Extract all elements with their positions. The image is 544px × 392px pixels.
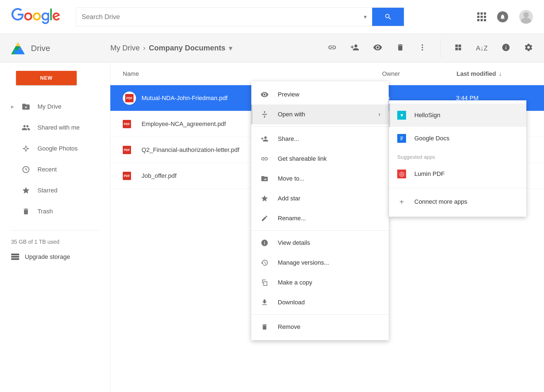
trash-icon (260, 323, 270, 331)
info-icon[interactable] (502, 43, 510, 53)
top-header: ▾ (0, 0, 544, 34)
toolbar-separator (440, 39, 441, 58)
new-button[interactable]: NEW (16, 71, 77, 85)
svg-rect-12 (264, 282, 267, 286)
sidebar-item-shared[interactable]: Shared with me (0, 117, 110, 138)
copy-icon (260, 279, 270, 286)
info-icon (260, 239, 270, 247)
apps-icon[interactable] (477, 12, 486, 21)
add-person-icon (260, 135, 270, 143)
trash-icon (21, 208, 31, 215)
ctx-rename[interactable]: Rename... (251, 208, 389, 228)
ctx-move[interactable]: Move to... (251, 169, 389, 189)
clock-icon (21, 165, 31, 174)
ctx-details[interactable]: View details (251, 233, 389, 253)
open-with-icon (260, 110, 270, 119)
svg-point-1 (422, 47, 423, 48)
arrow-down-icon: ↓ (499, 70, 502, 77)
search-box[interactable]: ▾ (76, 7, 404, 26)
history-icon (260, 259, 270, 267)
ctx-copy[interactable]: Make a copy (251, 273, 389, 292)
pdf-icon: PDF (123, 146, 131, 154)
svg-rect-14 (400, 138, 403, 139)
sidebar-item-label: Shared with me (38, 124, 80, 131)
svg-rect-9 (11, 254, 19, 255)
chevron-right-icon: › (143, 44, 146, 52)
breadcrumb-root[interactable]: My Drive (110, 44, 140, 52)
eye-icon (260, 90, 270, 99)
svg-rect-4 (458, 45, 461, 47)
col-owner[interactable]: Owner (382, 70, 457, 77)
breadcrumb-current[interactable]: Company Documents (149, 44, 226, 52)
svg-rect-3 (455, 45, 458, 47)
toolbar: Drive My Drive › Company Documents ▾ A↓Z (0, 34, 544, 63)
upgrade-storage[interactable]: Upgrade storage (0, 253, 110, 261)
sidebar-item-photos[interactable]: Google Photos (0, 138, 110, 159)
svg-rect-10 (11, 256, 19, 257)
sidebar-item-label: Trash (38, 208, 53, 215)
breadcrumb: My Drive › Company Documents ▾ (110, 44, 233, 53)
sm-suggested-label: Suggested apps (389, 150, 526, 162)
sm-googledocs[interactable]: Google Docs (389, 127, 526, 150)
svg-rect-5 (455, 48, 458, 50)
sidebar-divider (11, 230, 99, 230)
search-button[interactable] (372, 8, 404, 26)
ctx-star[interactable]: Add star (251, 189, 389, 208)
ctx-versions[interactable]: Manage versions... (251, 253, 389, 273)
sidebar-item-label: Google Photos (38, 145, 78, 152)
grid-view-icon[interactable] (454, 44, 462, 53)
svg-rect-15 (400, 139, 402, 140)
trash-icon[interactable] (396, 43, 404, 53)
sort-icon[interactable]: A↓Z (476, 44, 488, 52)
ctx-download[interactable]: Download (251, 292, 389, 312)
sidebar-item-starred[interactable]: Starred (0, 180, 110, 201)
sidebar-item-recent[interactable]: Recent (0, 159, 110, 180)
ctx-link[interactable]: Get shareable link (251, 149, 389, 169)
add-person-icon[interactable] (350, 43, 359, 53)
drive-logo-icon[interactable] (11, 42, 25, 54)
sidebar-item-trash[interactable]: Trash (0, 201, 110, 222)
svg-point-0 (422, 44, 423, 46)
col-name[interactable]: Name (123, 70, 382, 77)
main-content: Name Owner Last modified ↓ PDF Mutual-ND… (110, 63, 544, 392)
drive-title: Drive (31, 44, 50, 53)
folder-icon (21, 102, 31, 111)
storage-text: 35 GB of 1 TB used (0, 239, 110, 245)
search-dropdown[interactable]: ▾ (358, 14, 372, 20)
expand-icon[interactable]: ▸ (11, 103, 14, 110)
menu-separator (251, 230, 389, 231)
svg-rect-6 (458, 48, 461, 50)
googledocs-icon (397, 134, 406, 143)
edit-icon (260, 215, 270, 222)
link-icon (260, 155, 270, 163)
ctx-share[interactable]: Share... (251, 129, 389, 149)
col-modified[interactable]: Last modified ↓ (457, 70, 532, 77)
google-logo[interactable] (11, 8, 61, 26)
search-input[interactable] (76, 8, 358, 26)
gear-icon[interactable] (524, 43, 533, 53)
sm-lumin[interactable]: ◎Lumin PDF (389, 162, 526, 186)
menu-separator (251, 315, 389, 315)
ctx-preview[interactable]: Preview (251, 85, 389, 104)
link-icon[interactable] (328, 43, 337, 53)
sidebar-item-label: Starred (38, 187, 57, 194)
preview-icon[interactable] (373, 43, 382, 53)
context-menu: Preview Open with› Share... Get shareabl… (251, 81, 389, 340)
ctx-open-with[interactable]: Open with› (251, 104, 389, 124)
sidebar-item-mydrive[interactable]: ▸ My Drive (0, 96, 110, 117)
sm-connect-apps[interactable]: +Connect more apps (389, 190, 526, 213)
menu-separator (389, 188, 526, 188)
sm-hellosign[interactable]: ▾HelloSign (389, 104, 526, 127)
ctx-remove[interactable]: Remove (251, 317, 389, 337)
plus-icon: + (397, 197, 406, 206)
star-icon (21, 186, 31, 195)
sidebar-item-label: Recent (38, 166, 57, 173)
svg-rect-11 (11, 258, 19, 260)
chevron-down-icon[interactable]: ▾ (229, 44, 233, 53)
notifications-icon[interactable] (497, 11, 508, 22)
download-icon (260, 299, 270, 306)
more-icon[interactable] (418, 43, 426, 53)
open-with-submenu: ▾HelloSign Google Docs Suggested apps ◎L… (389, 100, 526, 217)
photos-icon (21, 144, 31, 153)
profile-avatar[interactable] (519, 10, 533, 24)
